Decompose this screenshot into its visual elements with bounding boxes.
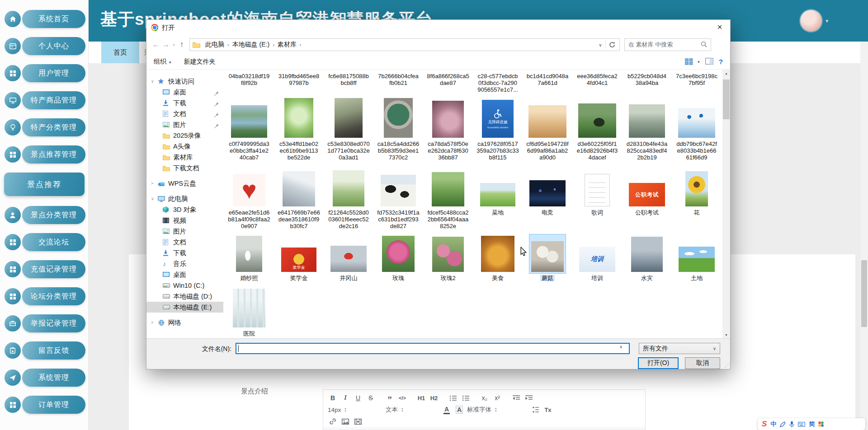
close-icon[interactable]: ×: [709, 20, 730, 34]
refresh-icon[interactable]: [606, 42, 618, 48]
breadcrumb-segment[interactable]: 素材库: [274, 41, 300, 49]
superscript-button[interactable]: x²: [492, 393, 502, 403]
outdent-button[interactable]: [511, 393, 521, 403]
tree-item[interactable]: 桌面: [146, 269, 223, 280]
file-item[interactable]: d28310b4fe43a825cca483edf42b2b19: [622, 98, 672, 161]
file-item[interactable]: c0f7499995da3e0bbc3ffa41e240cab7: [224, 98, 274, 161]
file-thumbnail-area[interactable]: [283, 98, 315, 139]
pen-icon[interactable]: [780, 421, 786, 427]
file-item[interactable]: 医院: [224, 288, 274, 337]
file-thumbnail-area[interactable]: [430, 234, 466, 273]
sidebar-item[interactable]: 充值记录管理: [0, 260, 88, 278]
clear-format-button[interactable]: Tx: [543, 405, 553, 415]
sidebar-item[interactable]: 特产商品管理: [0, 91, 88, 109]
file-item[interactable]: 31b9fbd465ee897987b: [274, 71, 324, 93]
file-thumbnail-area[interactable]: [234, 234, 264, 273]
tree-item[interactable]: >网络: [146, 317, 223, 328]
insert-video-button[interactable]: [353, 416, 363, 426]
file-item[interactable]: fc6e88175088bbcb8ff: [324, 71, 373, 93]
line-height-button[interactable]: [530, 405, 540, 415]
tree-item[interactable]: Win10 (C:): [146, 280, 223, 291]
expander-icon[interactable]: >: [151, 320, 158, 325]
expander-icon[interactable]: ∨: [151, 79, 158, 84]
sidebar-item[interactable]: 系统管理: [0, 369, 88, 387]
file-thumbnail-area[interactable]: [479, 234, 516, 273]
toolbox-icon[interactable]: [818, 421, 824, 427]
dialog-scrollbar-thumb[interactable]: [723, 79, 730, 119]
file-thumbnail-area[interactable]: [528, 171, 567, 208]
file-thumbnail-area[interactable]: [329, 234, 368, 273]
tree-item[interactable]: 视频: [146, 215, 223, 226]
sidebar-item[interactable]: 留言反馈: [0, 341, 88, 360]
sidebar-item-label[interactable]: 订单管理: [22, 396, 85, 414]
file-item[interactable]: c53e8308ed0701d771e0bca32e0a3ad1: [324, 98, 373, 161]
file-item[interactable]: 无障碍设施Accessibility facilitiesca197628f05…: [473, 98, 523, 161]
sidebar-item[interactable]: 景点推荐管理: [0, 145, 88, 164]
user-menu[interactable]: ▾: [800, 10, 828, 32]
recent-locations-icon[interactable]: ∨: [171, 42, 177, 47]
sidebar-item-label[interactable]: 留言反馈: [22, 341, 85, 360]
sidebar-item-label[interactable]: 景点分类管理: [22, 206, 85, 224]
tree-item[interactable]: 3D 对象: [146, 204, 223, 215]
sidebar-item[interactable]: 特产分类管理: [0, 118, 88, 136]
file-item[interactable]: 土地: [672, 234, 722, 281]
breadcrumb-segment[interactable]: 本地磁盘 (E:): [229, 41, 273, 49]
strikethrough-button[interactable]: S: [366, 393, 376, 403]
file-item[interactable]: bc1d41cd9048a7a661d: [523, 71, 572, 93]
file-thumbnail-area[interactable]: [583, 171, 612, 208]
tree-item[interactable]: 下载文档: [146, 163, 223, 173]
paragraph-select[interactable]: 文本▴▾: [386, 405, 433, 415]
page-scrollbar[interactable]: [860, 42, 868, 430]
address-dropdown-icon[interactable]: ∨: [595, 42, 605, 47]
file-thumbnail-area[interactable]: [529, 234, 566, 273]
search-input[interactable]: 在 素材库 中搜索: [624, 38, 711, 51]
file-item[interactable]: 井冈山: [324, 234, 373, 281]
file-item[interactable]: 奖学金奖学金: [274, 234, 324, 281]
file-item[interactable]: 7b2666b04cfeafb0b21: [373, 71, 423, 93]
file-item[interactable]: 玫瑰2: [423, 234, 473, 281]
expander-icon[interactable]: >: [151, 181, 158, 186]
file-item[interactable]: 04ba03218df19f8f92b: [224, 71, 274, 93]
file-item[interactable]: 菜地: [473, 171, 523, 229]
sidebar-item[interactable]: 个人中心: [0, 37, 88, 55]
file-item[interactable]: 电竞: [523, 171, 572, 229]
file-thumbnail-area[interactable]: 公职考试: [627, 171, 667, 208]
tab-首页[interactable]: 首页: [101, 42, 139, 63]
resize-grip[interactable]: ⋰: [725, 363, 729, 368]
file-thumbnail-area[interactable]: [527, 98, 568, 139]
file-thumbnail-area[interactable]: 奖学金: [279, 234, 318, 273]
file-item[interactable]: 8f6a866f268ca5dae87: [423, 71, 473, 93]
file-thumbnail-area[interactable]: [382, 98, 415, 139]
sidebar-item-active[interactable]: 景点推荐: [4, 173, 85, 196]
file-thumbnail-area[interactable]: [379, 171, 418, 208]
tree-item[interactable]: 本地磁盘 (E:): [146, 302, 223, 313]
sidebar-item[interactable]: 论坛分类管理: [0, 287, 88, 305]
sidebar-item-label[interactable]: 个人中心: [22, 37, 85, 55]
tree-item[interactable]: 文档: [146, 237, 223, 248]
expander-icon[interactable]: ∨: [151, 196, 158, 201]
italic-button[interactable]: I: [340, 393, 350, 403]
file-item[interactable]: fdcef5c488cca22bb6564f04aaa8252e: [423, 171, 473, 229]
file-item[interactable]: fd7532c3419f1ac631bd1edf293de827: [373, 171, 423, 229]
sogou-logo-icon[interactable]: S: [762, 420, 767, 429]
indent-button[interactable]: [524, 393, 534, 403]
file-thumbnail-area[interactable]: [677, 234, 717, 273]
file-item[interactable]: f21264c5528d003601f6eeec52de2c16: [324, 171, 373, 229]
tree-item[interactable]: ∨此电脑: [146, 193, 223, 204]
file-thumbnail-area[interactable]: [229, 98, 269, 139]
sidebar-item-label[interactable]: 景点推荐管理: [22, 145, 85, 164]
file-thumbnail-area[interactable]: [576, 98, 618, 139]
file-item[interactable]: eee36d85feca24fd04c1: [572, 71, 622, 93]
file-item[interactable]: e6417669b7e66deae3518610f9b30fc7: [274, 171, 324, 229]
file-item[interactable]: 培训培训: [572, 234, 622, 281]
cancel-button[interactable]: 取消: [685, 357, 720, 369]
page-scrollbar-thumb[interactable]: [861, 260, 867, 327]
sidebar-item-label[interactable]: 交流论坛: [22, 233, 85, 251]
file-item[interactable]: 7c3ee6bc9198c7bf95f: [672, 71, 722, 93]
new-folder-button[interactable]: 新建文件夹: [184, 58, 216, 66]
sidebar-item[interactable]: 交流论坛: [0, 233, 88, 251]
insert-link-button[interactable]: [328, 416, 338, 426]
file-item[interactable]: c28-c577ebdcb0f3dbcc-7a2909056557e1c7...: [473, 71, 523, 93]
tree-item[interactable]: 下载: [146, 248, 223, 258]
file-item[interactable]: b5229cb048d438a94ba: [622, 71, 672, 93]
